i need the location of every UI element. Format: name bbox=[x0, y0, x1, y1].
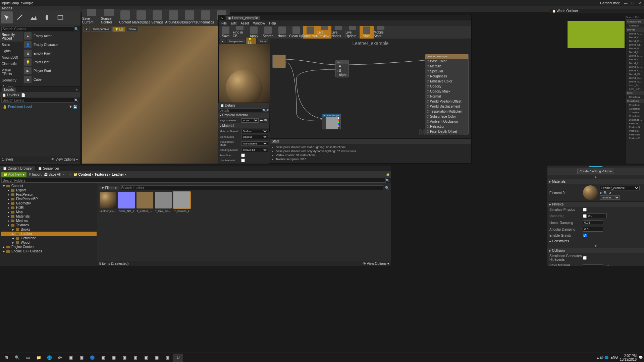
palette-group[interactable]: Color bbox=[626, 91, 644, 95]
world-outliner-tab[interactable]: 📋 World Outliner bbox=[550, 9, 644, 13]
cat-cinematic[interactable]: Cinematic bbox=[0, 61, 23, 67]
tree-node-hdri[interactable]: ▸HDRI bbox=[1, 205, 97, 210]
node-material-output[interactable]: Leather_example Base Color Metallic Spec… bbox=[425, 54, 469, 134]
level-viewport[interactable]: ▾ Perspective 💡 Lit Show bbox=[82, 26, 218, 164]
palette-search[interactable] bbox=[626, 15, 644, 19]
taskbar-app[interactable]: ▣ bbox=[141, 354, 151, 362]
folder-search-input[interactable] bbox=[1, 178, 386, 183]
notifications-button[interactable]: 💬 bbox=[639, 356, 643, 359]
simulate-physics-checkbox[interactable] bbox=[583, 208, 587, 212]
toolbar-around360[interactable]: Around360 bbox=[165, 9, 181, 25]
material-domain-select[interactable]: Surface bbox=[241, 129, 268, 133]
use-selected-icon[interactable]: ⬅ bbox=[600, 191, 602, 195]
material-graph[interactable]: Leather_example MATERIAL Lerp ○ A ○ B ○ … bbox=[270, 39, 471, 138]
palette-item[interactable]: Constant4Vector bbox=[626, 114, 644, 118]
palette-item[interactable]: Blend_Screen bbox=[626, 76, 644, 80]
levels-tab[interactable]: Levels bbox=[2, 87, 16, 92]
palette-item[interactable]: Blend_LinearDodge bbox=[626, 61, 644, 65]
mode-landscape[interactable] bbox=[28, 11, 40, 23]
mat-tb-livepreview[interactable]: Live Preview bbox=[317, 26, 331, 39]
lock-icon[interactable]: 🔒 bbox=[386, 173, 390, 176]
toolbar-cinematics[interactable]: Cinematics bbox=[198, 9, 214, 25]
mat-menu-window[interactable]: Window bbox=[253, 21, 265, 25]
levels-dropdown[interactable]: 📋 Levels ▾ bbox=[2, 93, 19, 97]
mat-tb-livenodes[interactable]: Live Nodes bbox=[331, 26, 345, 39]
mat-tb-mobilestats[interactable]: Mobile Stats bbox=[374, 26, 388, 39]
mode-item-empty-actor[interactable]: ●Empty Actor bbox=[23, 32, 80, 40]
sim-gen-hit-checkbox[interactable] bbox=[583, 256, 587, 260]
levels-close[interactable]: × bbox=[76, 88, 78, 92]
asset-t_oak_noise_2[interactable]: T_Oak_noise_2 bbox=[155, 192, 172, 213]
taskbar-chrome[interactable]: 🔵 bbox=[87, 354, 97, 362]
details-tab[interactable]: 📋 Details bbox=[218, 103, 269, 108]
tree-node-meshes[interactable]: ▸Meshes bbox=[1, 219, 97, 223]
mass-checkbox[interactable] bbox=[583, 214, 587, 218]
tree-node-materials[interactable]: ▸Materials bbox=[1, 214, 97, 219]
persistent-level[interactable]: 🔒Persistent Level👁 💾 bbox=[3, 104, 77, 109]
asset-t_scratch_2[interactable]: T_Scratch_2 bbox=[173, 192, 191, 213]
mode-item-player-start[interactable]: ▶Player Start bbox=[23, 66, 80, 75]
tree-node-map[interactable]: ▸Map bbox=[1, 210, 97, 214]
tree-node-content[interactable]: ▾Content bbox=[1, 184, 97, 188]
mat-tb-home[interactable]: Home bbox=[275, 26, 289, 39]
blend-mode-select[interactable]: Opaque bbox=[241, 135, 268, 139]
palette-item[interactable]: Blend_PinLight bbox=[626, 72, 644, 76]
mat-tb-search[interactable]: Search bbox=[261, 26, 275, 39]
modes-search-input[interactable] bbox=[1, 26, 74, 31]
taskbar-app[interactable]: ▣ bbox=[152, 354, 162, 362]
stats-tab[interactable]: Stats bbox=[272, 139, 279, 143]
palette-group[interactable]: Blends bbox=[626, 27, 644, 32]
material-tab[interactable]: ◉ Leather_example bbox=[226, 16, 260, 20]
asset-t_leather_d_2[interactable]: T_leather_D_2 bbox=[136, 192, 154, 213]
tree-node-octostone[interactable]: ▸Octostone bbox=[1, 236, 97, 240]
taskbar-app[interactable]: ▣ bbox=[130, 354, 140, 362]
toolbar-save-current[interactable]: Save Current bbox=[82, 9, 101, 25]
tree-node-books[interactable]: ▸Books bbox=[1, 227, 97, 232]
eye-icon[interactable]: 👁 bbox=[266, 109, 269, 112]
palette-item[interactable]: Constant3Vector bbox=[626, 111, 644, 114]
nav-forward[interactable]: → bbox=[68, 173, 71, 176]
taskview-icon[interactable]: ▭ bbox=[23, 354, 33, 362]
viewport-menu[interactable]: ▾ bbox=[84, 27, 90, 32]
toolbar-marketplace[interactable]: Marketplace bbox=[133, 9, 149, 25]
palette-item[interactable]: DistanceCullFade bbox=[626, 118, 644, 122]
material-thumb[interactable] bbox=[583, 185, 598, 200]
cb-view-options[interactable]: 👁 View Options ▾ bbox=[363, 262, 389, 265]
reset-icon[interactable]: ↺ bbox=[608, 191, 611, 195]
mode-item-empty-pawn[interactable]: ♟Empty Pawn bbox=[23, 49, 80, 58]
details-search[interactable] bbox=[219, 108, 262, 112]
tray-lang[interactable]: ENG bbox=[610, 356, 618, 359]
mat-tb-apply[interactable]: Apply bbox=[247, 26, 261, 39]
breadcrumb[interactable]: 📁 Content ▸ Textures ▸ Leather ▸ bbox=[73, 173, 127, 176]
palette-item[interactable]: Lerp_Scratch bbox=[626, 83, 644, 87]
close-button[interactable]: ✕ bbox=[637, 1, 643, 5]
taskbar-folder[interactable]: 📁 bbox=[34, 354, 44, 362]
taskbar-edge[interactable]: 🌐 bbox=[44, 354, 54, 362]
textures-dropdown[interactable]: Textures bbox=[600, 195, 620, 200]
modes-tab[interactable]: Modes bbox=[0, 6, 14, 10]
taskbar-unreal[interactable]: U bbox=[173, 354, 183, 362]
mode-item-cube[interactable]: ◼Cube bbox=[23, 75, 80, 84]
preview-show[interactable]: Show bbox=[258, 40, 268, 43]
taskbar-store[interactable]: 🛍 bbox=[55, 354, 65, 362]
palette-item[interactable]: Constant2Vector bbox=[626, 107, 644, 111]
toolbar-content[interactable]: Content bbox=[117, 9, 133, 25]
import-button[interactable]: ⬇ Import bbox=[29, 173, 42, 176]
tray-time[interactable]: 2:07 PM bbox=[620, 354, 637, 358]
tree-node-engine-c-classes[interactable]: ▸Engine C++ Classes bbox=[1, 249, 97, 253]
levels-details-icon[interactable]: 📄 bbox=[21, 93, 25, 97]
cat-geometry[interactable]: Geometry bbox=[0, 77, 23, 83]
section-materials[interactable]: ▸ Materials bbox=[547, 179, 644, 184]
phys-material-select[interactable]: None bbox=[241, 118, 259, 123]
taskbar-app[interactable]: ▣ bbox=[109, 354, 119, 362]
palette-item[interactable]: Blend_Exclusion bbox=[626, 47, 644, 50]
taskview-button[interactable]: 🔍 bbox=[12, 354, 22, 362]
tree-node-leather[interactable]: ▸Leather bbox=[1, 232, 97, 236]
tree-node-export[interactable]: ▸Export bbox=[1, 188, 97, 192]
section-physics[interactable]: ▸ Physics bbox=[547, 201, 644, 207]
mass-input[interactable] bbox=[587, 214, 607, 218]
mat-menu-help[interactable]: Help bbox=[269, 21, 276, 25]
section-physical-material[interactable]: ▸ Physical Material bbox=[218, 113, 269, 118]
decal-blend-select[interactable]: Translucent bbox=[241, 141, 268, 146]
tree-node-geometry[interactable]: ▸Geometry bbox=[1, 201, 97, 205]
